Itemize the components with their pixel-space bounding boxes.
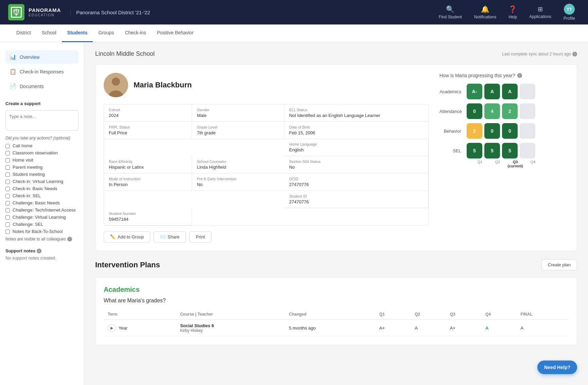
- sidebar-item-overview[interactable]: 📊 Overview: [5, 50, 79, 64]
- checkbox-input[interactable]: [5, 172, 10, 177]
- course-name: Social Studies 6: [180, 323, 281, 328]
- no-notes-text: No support notes created.: [5, 255, 79, 261]
- checkbox-input[interactable]: [5, 208, 10, 213]
- checkbox-item: Challenge: SEL: [5, 222, 79, 227]
- checkbox-list: Call home Classroom observation Home vis…: [5, 143, 79, 234]
- detail-frpl: FRPL Status Full Price: [104, 122, 192, 139]
- progress-grid: AcademicsA-AAAttendance042Behavior200SEL…: [439, 84, 569, 158]
- school-header: Lincoln Middle School Last complete sync…: [95, 50, 577, 57]
- checkbox-item: Challenge: Virtual Learning: [5, 215, 79, 220]
- create-plan-button[interactable]: Create plan: [541, 259, 577, 270]
- checkbox-label: Challenge: Tech/Internet Access: [13, 207, 76, 213]
- detail-gender: Gender Male: [192, 104, 284, 122]
- detail-504: Section 504 Status No: [284, 156, 428, 173]
- checkbox-input[interactable]: [5, 187, 10, 191]
- checkbox-input[interactable]: [5, 194, 10, 198]
- detail-dcid: DCID 27470776: [284, 173, 428, 191]
- checkbox-input[interactable]: [5, 165, 10, 170]
- checkbox-input[interactable]: [5, 201, 10, 205]
- edit-icon: ✏️: [110, 234, 116, 239]
- progress-title: How is Maria progressing this year? i: [439, 73, 569, 78]
- quarter-box: A: [484, 84, 500, 99]
- detail-race: Race Ethnicity Hispanic or Latinx: [104, 156, 192, 173]
- row-q2: A: [411, 320, 446, 337]
- subnav-school[interactable]: School: [36, 24, 62, 42]
- checkbox-item: Classroom observation: [5, 150, 79, 155]
- help-action[interactable]: ❓ Help: [504, 2, 522, 22]
- note-textarea[interactable]: [5, 110, 79, 131]
- checkbox-input[interactable]: [5, 222, 10, 227]
- checkbox-label: Challenge: SEL: [13, 222, 43, 227]
- profile-action[interactable]: TT Profile: [559, 1, 580, 23]
- checkbox-input[interactable]: [5, 230, 10, 234]
- add-to-group-button[interactable]: ✏️ Add to Group: [104, 231, 150, 242]
- grades-question: What are Maria's grades?: [104, 298, 569, 304]
- find-student-action[interactable]: 🔍 Find Student: [434, 2, 467, 22]
- print-button[interactable]: Print: [189, 231, 211, 242]
- notifications-action[interactable]: 🔔 Notifications: [469, 2, 501, 22]
- detail-mode: Mode of Instruction In Person: [104, 173, 192, 191]
- th-q1: Q1: [375, 309, 411, 320]
- content-area: Lincoln Middle School Last complete sync…: [84, 42, 588, 385]
- checkbox-input[interactable]: [5, 158, 10, 163]
- checkbox-label: Call home: [13, 143, 33, 148]
- share-button[interactable]: ✉️ Share: [154, 231, 186, 242]
- row-q3: A+: [446, 320, 481, 337]
- student-card: Maria Blackburn Cohort 2024 Gender Male: [95, 64, 577, 251]
- subnav-positive-behavior[interactable]: Positive Behavior: [152, 24, 199, 42]
- sidebar-item-checkin-responses[interactable]: 📋 Check-in Responses: [5, 65, 79, 78]
- subnav-students[interactable]: Students: [62, 24, 93, 42]
- detail-homelang: Home Language English: [284, 139, 428, 156]
- th-changed: Changed: [285, 309, 375, 320]
- detail-ell: ELL Status Not Identified as an English …: [284, 104, 428, 122]
- student-right: How is Maria progressing this year? i Ac…: [439, 73, 569, 242]
- applications-action[interactable]: ⊞ Applications: [524, 3, 556, 22]
- detail-counselor: School Counselor Linda Highfield: [192, 156, 284, 173]
- student-left: Maria Blackburn Cohort 2024 Gender Male: [104, 73, 429, 242]
- notes-visible-notice: Notes are visible to all colleagues i: [5, 237, 79, 241]
- quarter-box: [520, 84, 535, 99]
- sync-info-icon: i: [572, 52, 577, 56]
- quarter-boxes: 042: [467, 103, 569, 119]
- detail-cohort: Cohort 2024: [104, 104, 192, 122]
- info-icon: i: [67, 237, 72, 241]
- checkbox-label: Check-in: SEL: [13, 193, 41, 198]
- detail-dob: Date of Birth Feb 15, 2006: [284, 122, 428, 139]
- district-name: Panorama School District '21-'22: [70, 10, 150, 15]
- help-icon: ❓: [508, 5, 517, 13]
- quarter-box: [520, 103, 535, 119]
- row-q1: A+: [375, 320, 411, 337]
- expand-row-button[interactable]: ▶: [108, 324, 116, 332]
- detail-prek: Pre K Early Intervention No: [192, 173, 284, 191]
- checkbox-input[interactable]: [5, 215, 10, 220]
- checkbox-label: Notes for Back-To-School: [13, 229, 63, 234]
- sub-nav: District School Students Groups Check-in…: [0, 24, 588, 42]
- checkbox-input[interactable]: [5, 151, 10, 155]
- subnav-district[interactable]: District: [11, 24, 36, 42]
- help-label: Help: [508, 15, 517, 19]
- checkbox-input[interactable]: [5, 144, 10, 148]
- detail-studentid: Student ID 27470776: [284, 191, 428, 208]
- quarter-box: 2: [467, 123, 482, 139]
- checkbox-input[interactable]: [5, 180, 10, 184]
- checkbox-label: Classroom observation: [13, 150, 58, 155]
- student-avatar: [104, 73, 128, 97]
- quarter-box: 5: [502, 143, 518, 158]
- logo-inner: [11, 7, 22, 18]
- checkbox-item: Parent meeting: [5, 165, 79, 170]
- create-support-title: Create a support: [5, 101, 79, 106]
- need-help-button[interactable]: Need Help?: [537, 361, 577, 374]
- applications-label: Applications: [529, 14, 551, 19]
- search-icon: 🔍: [446, 5, 454, 13]
- quarter-box: A-: [467, 84, 482, 99]
- brand-name: PANORAMA: [29, 7, 61, 13]
- subnav-checkins[interactable]: Check-ins: [119, 24, 151, 42]
- checkbox-label: Student meeting: [13, 172, 45, 177]
- sidebar-item-documents[interactable]: 📄 Documents: [5, 80, 79, 93]
- quarter-label-q2: Q2: [490, 160, 505, 168]
- th-q4: Q4: [481, 309, 517, 320]
- subnav-groups[interactable]: Groups: [93, 24, 119, 42]
- th-q2: Q2: [411, 309, 446, 320]
- checkbox-item: Home visit: [5, 157, 79, 163]
- quarter-boxes: 200: [467, 123, 569, 139]
